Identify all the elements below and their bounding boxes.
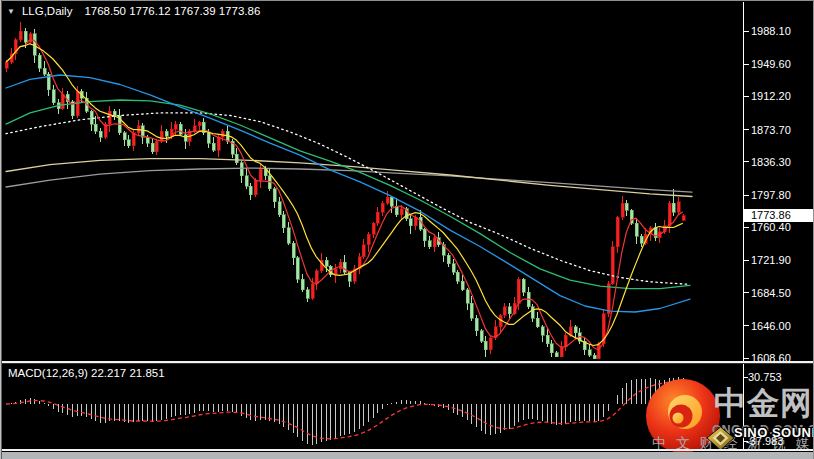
window-top-frame (0, 0, 814, 1)
window-bottom-frame (0, 452, 814, 459)
chart-plot-area[interactable] (3, 14, 742, 360)
mt4-chart-window: ▼LLG,Daily1768.50 1776.12 1767.39 1773.8… (0, 0, 814, 459)
price-axis[interactable] (744, 2, 814, 449)
panel-splitter-shadow (0, 363, 814, 364)
macd-plot-area[interactable] (3, 365, 742, 449)
macd-panel-bottom-border (0, 449, 814, 451)
window-left-frame-inner (1, 0, 2, 459)
